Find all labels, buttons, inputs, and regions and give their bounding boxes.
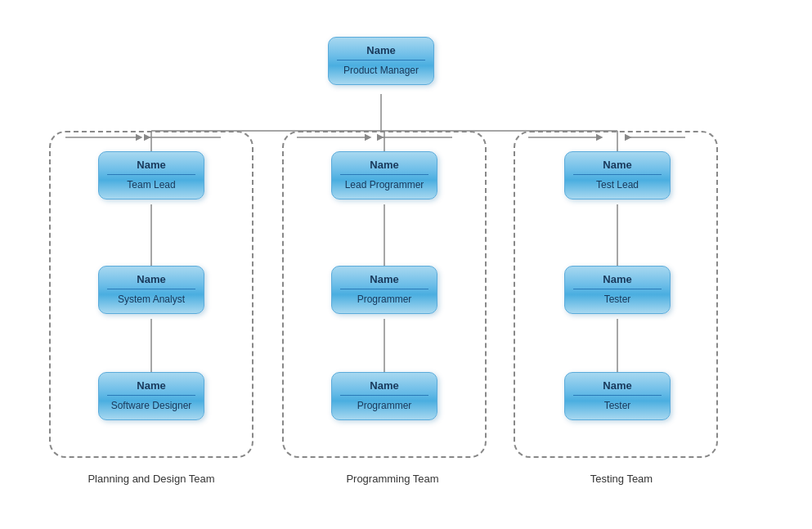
tester2-role: Tester — [573, 400, 662, 411]
programming-team-label: Programming Team — [294, 473, 491, 485]
lead-programmer-name: Name — [340, 159, 428, 171]
tester2-name: Name — [573, 379, 662, 392]
lead-programmer-role: Lead Programmer — [340, 179, 428, 191]
tester1-role: Tester — [573, 294, 662, 305]
pm-name: Name — [337, 44, 425, 56]
software-designer-name: Name — [107, 379, 195, 392]
programmer2-card: Name Programmer — [331, 372, 437, 420]
system-analyst-card: Name System Analyst — [98, 266, 204, 314]
tester1-card: Name Tester — [564, 266, 671, 314]
system-analyst-role: System Analyst — [107, 294, 195, 305]
software-designer-role: Software Designer — [107, 400, 195, 411]
team-lead-name: Name — [107, 159, 195, 171]
team-lead-card: Name Team Lead — [98, 151, 204, 199]
product-manager-card: Name Product Manager — [328, 37, 434, 85]
testing-team-label: Testing Team — [540, 473, 703, 485]
software-designer-card: Name Software Designer — [98, 372, 204, 420]
programmer2-role: Programmer — [340, 400, 428, 411]
test-lead-name: Name — [573, 159, 662, 171]
tester1-name: Name — [573, 273, 662, 285]
diagram-container: Name Product Manager Planning and Design… — [0, 0, 812, 529]
pm-role: Product Manager — [337, 65, 425, 76]
system-analyst-name: Name — [107, 273, 195, 285]
team-lead-role: Team Lead — [107, 179, 195, 191]
programmer1-name: Name — [340, 273, 428, 285]
planning-team-label: Planning and Design Team — [53, 473, 249, 485]
lead-programmer-card: Name Lead Programmer — [331, 151, 437, 199]
programmer1-role: Programmer — [340, 294, 428, 305]
test-lead-card: Name Test Lead — [564, 151, 671, 199]
programmer2-name: Name — [340, 379, 428, 392]
tester2-card: Name Tester — [564, 372, 671, 420]
programmer1-card: Name Programmer — [331, 266, 437, 314]
test-lead-role: Test Lead — [573, 179, 662, 191]
